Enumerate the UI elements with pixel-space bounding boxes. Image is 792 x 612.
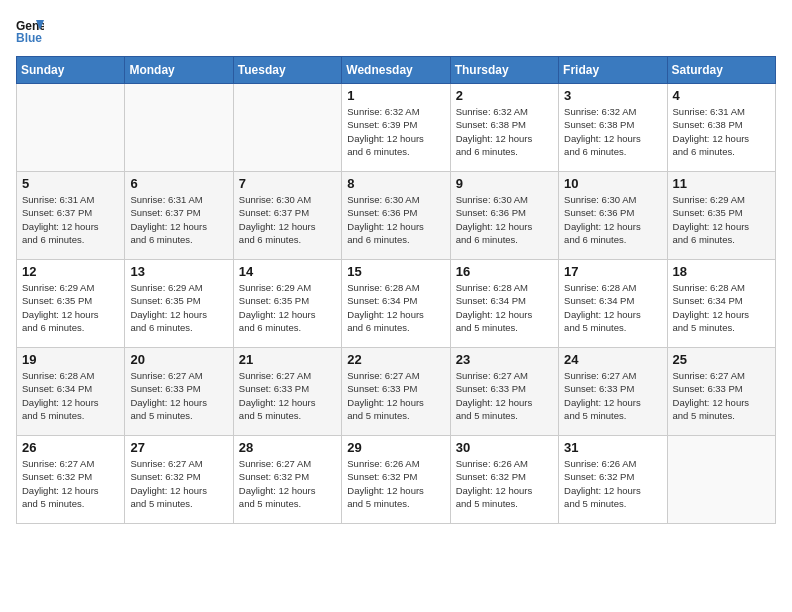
day-info-line: and 6 minutes. bbox=[347, 234, 409, 245]
weekday-header-tuesday: Tuesday bbox=[233, 57, 341, 84]
day-info-line: Sunset: 6:34 PM bbox=[347, 295, 417, 306]
day-info-line: Sunset: 6:37 PM bbox=[22, 207, 92, 218]
day-info-line: Sunrise: 6:32 AM bbox=[347, 106, 419, 117]
day-info-line: and 6 minutes. bbox=[347, 146, 409, 157]
weekday-header-friday: Friday bbox=[559, 57, 667, 84]
day-info-line: Sunrise: 6:27 AM bbox=[239, 370, 311, 381]
logo-icon: General Blue bbox=[16, 16, 44, 44]
day-info-line: Daylight: 12 hours bbox=[239, 485, 316, 496]
day-info-line: Daylight: 12 hours bbox=[564, 485, 641, 496]
day-info-line: Sunset: 6:36 PM bbox=[347, 207, 417, 218]
day-info-line: Daylight: 12 hours bbox=[673, 309, 750, 320]
day-info-line: Sunrise: 6:27 AM bbox=[130, 458, 202, 469]
day-info-line: and 5 minutes. bbox=[347, 498, 409, 509]
day-info: Sunrise: 6:29 AMSunset: 6:35 PMDaylight:… bbox=[130, 281, 227, 334]
day-info-line: and 6 minutes. bbox=[130, 234, 192, 245]
week-row-2: 5Sunrise: 6:31 AMSunset: 6:37 PMDaylight… bbox=[17, 172, 776, 260]
svg-text:Blue: Blue bbox=[16, 31, 42, 44]
day-info-line: and 5 minutes. bbox=[239, 410, 301, 421]
calendar-cell: 9Sunrise: 6:30 AMSunset: 6:36 PMDaylight… bbox=[450, 172, 558, 260]
calendar-cell: 1Sunrise: 6:32 AMSunset: 6:39 PMDaylight… bbox=[342, 84, 450, 172]
day-info-line: and 6 minutes. bbox=[22, 234, 84, 245]
day-info-line: and 6 minutes. bbox=[673, 146, 735, 157]
day-info-line: Daylight: 12 hours bbox=[130, 485, 207, 496]
day-info: Sunrise: 6:28 AMSunset: 6:34 PMDaylight:… bbox=[22, 369, 119, 422]
calendar-cell: 15Sunrise: 6:28 AMSunset: 6:34 PMDayligh… bbox=[342, 260, 450, 348]
day-number: 22 bbox=[347, 352, 444, 367]
day-number: 30 bbox=[456, 440, 553, 455]
day-info: Sunrise: 6:26 AMSunset: 6:32 PMDaylight:… bbox=[347, 457, 444, 510]
day-info-line: Sunset: 6:35 PM bbox=[239, 295, 309, 306]
calendar-cell: 11Sunrise: 6:29 AMSunset: 6:35 PMDayligh… bbox=[667, 172, 775, 260]
calendar-cell: 25Sunrise: 6:27 AMSunset: 6:33 PMDayligh… bbox=[667, 348, 775, 436]
day-info-line: Sunrise: 6:29 AM bbox=[22, 282, 94, 293]
day-info: Sunrise: 6:30 AMSunset: 6:36 PMDaylight:… bbox=[456, 193, 553, 246]
day-info-line: and 5 minutes. bbox=[456, 322, 518, 333]
day-info-line: Sunset: 6:34 PM bbox=[564, 295, 634, 306]
day-number: 20 bbox=[130, 352, 227, 367]
calendar-cell: 18Sunrise: 6:28 AMSunset: 6:34 PMDayligh… bbox=[667, 260, 775, 348]
day-info-line: Sunset: 6:34 PM bbox=[456, 295, 526, 306]
day-info-line: and 5 minutes. bbox=[22, 498, 84, 509]
day-info-line: Daylight: 12 hours bbox=[456, 133, 533, 144]
day-info-line: and 5 minutes. bbox=[564, 498, 626, 509]
day-info: Sunrise: 6:30 AMSunset: 6:36 PMDaylight:… bbox=[564, 193, 661, 246]
day-info-line: Sunset: 6:33 PM bbox=[564, 383, 634, 394]
day-info-line: Daylight: 12 hours bbox=[347, 221, 424, 232]
day-info-line: Sunrise: 6:27 AM bbox=[564, 370, 636, 381]
day-info-line: Sunrise: 6:29 AM bbox=[673, 194, 745, 205]
week-row-1: 1Sunrise: 6:32 AMSunset: 6:39 PMDaylight… bbox=[17, 84, 776, 172]
day-info-line: and 6 minutes. bbox=[130, 322, 192, 333]
calendar-cell: 21Sunrise: 6:27 AMSunset: 6:33 PMDayligh… bbox=[233, 348, 341, 436]
weekday-header-row: SundayMondayTuesdayWednesdayThursdayFrid… bbox=[17, 57, 776, 84]
day-info-line: and 6 minutes. bbox=[564, 146, 626, 157]
day-info: Sunrise: 6:26 AMSunset: 6:32 PMDaylight:… bbox=[564, 457, 661, 510]
day-info-line: Sunrise: 6:27 AM bbox=[239, 458, 311, 469]
day-info-line: Sunset: 6:32 PM bbox=[22, 471, 92, 482]
day-info-line: Sunrise: 6:28 AM bbox=[347, 282, 419, 293]
day-info-line: and 6 minutes. bbox=[456, 146, 518, 157]
week-row-5: 26Sunrise: 6:27 AMSunset: 6:32 PMDayligh… bbox=[17, 436, 776, 524]
calendar-cell: 5Sunrise: 6:31 AMSunset: 6:37 PMDaylight… bbox=[17, 172, 125, 260]
day-info-line: Daylight: 12 hours bbox=[673, 221, 750, 232]
day-number: 6 bbox=[130, 176, 227, 191]
calendar-cell: 28Sunrise: 6:27 AMSunset: 6:32 PMDayligh… bbox=[233, 436, 341, 524]
calendar-cell: 8Sunrise: 6:30 AMSunset: 6:36 PMDaylight… bbox=[342, 172, 450, 260]
day-info-line: Sunrise: 6:30 AM bbox=[347, 194, 419, 205]
day-info: Sunrise: 6:27 AMSunset: 6:33 PMDaylight:… bbox=[564, 369, 661, 422]
day-info: Sunrise: 6:27 AMSunset: 6:32 PMDaylight:… bbox=[22, 457, 119, 510]
weekday-header-sunday: Sunday bbox=[17, 57, 125, 84]
day-info-line: Sunrise: 6:31 AM bbox=[22, 194, 94, 205]
day-number: 11 bbox=[673, 176, 770, 191]
day-info-line: Sunset: 6:32 PM bbox=[130, 471, 200, 482]
day-info-line: Sunrise: 6:27 AM bbox=[22, 458, 94, 469]
calendar-cell: 4Sunrise: 6:31 AMSunset: 6:38 PMDaylight… bbox=[667, 84, 775, 172]
day-info-line: and 6 minutes. bbox=[239, 234, 301, 245]
day-number: 18 bbox=[673, 264, 770, 279]
day-info-line: Sunrise: 6:27 AM bbox=[347, 370, 419, 381]
day-number: 31 bbox=[564, 440, 661, 455]
day-info-line: Sunrise: 6:32 AM bbox=[564, 106, 636, 117]
day-number: 14 bbox=[239, 264, 336, 279]
day-info-line: Daylight: 12 hours bbox=[564, 221, 641, 232]
day-info-line: Sunset: 6:32 PM bbox=[564, 471, 634, 482]
day-info-line: Sunrise: 6:31 AM bbox=[673, 106, 745, 117]
day-info: Sunrise: 6:27 AMSunset: 6:33 PMDaylight:… bbox=[456, 369, 553, 422]
day-info-line: and 6 minutes. bbox=[456, 234, 518, 245]
day-info: Sunrise: 6:27 AMSunset: 6:33 PMDaylight:… bbox=[130, 369, 227, 422]
day-number: 7 bbox=[239, 176, 336, 191]
day-info: Sunrise: 6:28 AMSunset: 6:34 PMDaylight:… bbox=[673, 281, 770, 334]
calendar-cell: 27Sunrise: 6:27 AMSunset: 6:32 PMDayligh… bbox=[125, 436, 233, 524]
day-info: Sunrise: 6:32 AMSunset: 6:39 PMDaylight:… bbox=[347, 105, 444, 158]
weekday-header-monday: Monday bbox=[125, 57, 233, 84]
calendar-cell: 3Sunrise: 6:32 AMSunset: 6:38 PMDaylight… bbox=[559, 84, 667, 172]
day-info-line: Sunset: 6:33 PM bbox=[456, 383, 526, 394]
calendar-cell: 2Sunrise: 6:32 AMSunset: 6:38 PMDaylight… bbox=[450, 84, 558, 172]
day-number: 10 bbox=[564, 176, 661, 191]
day-info-line: and 5 minutes. bbox=[673, 410, 735, 421]
day-info-line: Daylight: 12 hours bbox=[347, 485, 424, 496]
day-info: Sunrise: 6:26 AMSunset: 6:32 PMDaylight:… bbox=[456, 457, 553, 510]
day-info: Sunrise: 6:30 AMSunset: 6:36 PMDaylight:… bbox=[347, 193, 444, 246]
day-number: 13 bbox=[130, 264, 227, 279]
calendar-cell bbox=[125, 84, 233, 172]
